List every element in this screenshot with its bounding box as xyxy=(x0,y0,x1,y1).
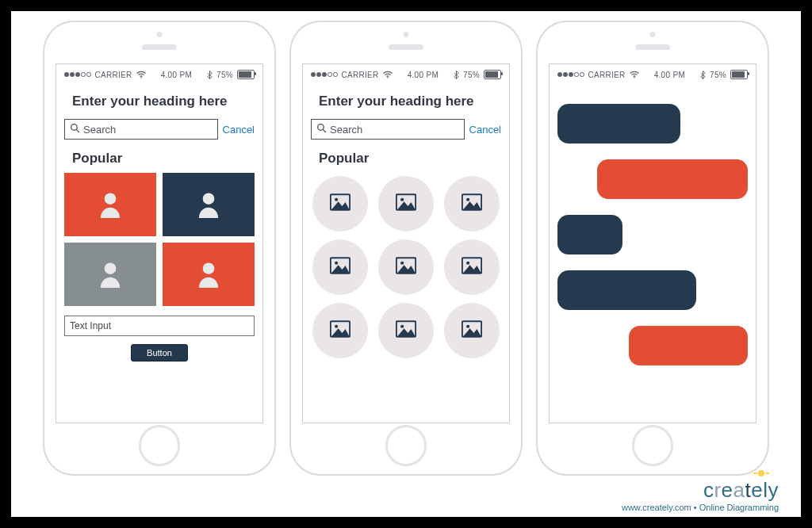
svg-point-4 xyxy=(203,193,215,205)
signal-dots-icon xyxy=(311,72,338,77)
popular-circle[interactable] xyxy=(444,303,500,358)
phone-screen-2: CARRIER 4.00 PM 75% Enter your heading h… xyxy=(302,63,510,423)
section-popular-label: Popular xyxy=(64,143,255,171)
chat-bubble xyxy=(597,159,748,199)
speaker-slot xyxy=(635,44,670,50)
svg-point-25 xyxy=(400,325,404,328)
chat-bubble xyxy=(557,104,680,143)
phone-mockup-2: CARRIER 4.00 PM 75% Enter your heading h… xyxy=(289,21,523,476)
bluetooth-icon xyxy=(454,71,459,79)
svg-point-27 xyxy=(466,325,469,328)
svg-point-19 xyxy=(400,262,404,265)
image-icon xyxy=(462,320,482,341)
bluetooth-icon xyxy=(207,71,213,79)
popular-circles-grid xyxy=(311,171,501,358)
status-bar: CARRIER 4.00 PM 75% xyxy=(64,64,255,85)
phone-screen-3: CARRIER 4.00 PM 75% xyxy=(549,63,756,423)
popular-circle[interactable] xyxy=(312,239,368,295)
bluetooth-icon xyxy=(700,71,706,79)
image-icon xyxy=(330,257,350,277)
home-button[interactable] xyxy=(385,425,427,466)
image-icon xyxy=(462,193,482,214)
popular-circle[interactable] xyxy=(378,303,434,358)
svg-point-1 xyxy=(71,124,78,131)
svg-point-0 xyxy=(140,77,142,78)
search-placeholder: Search xyxy=(330,124,362,136)
svg-line-2 xyxy=(76,129,79,132)
search-input[interactable]: Search xyxy=(311,119,465,140)
popular-circle[interactable] xyxy=(312,303,368,358)
svg-point-6 xyxy=(203,263,215,275)
home-button[interactable] xyxy=(139,425,180,466)
image-icon xyxy=(396,257,416,277)
popular-tile[interactable] xyxy=(64,243,156,306)
search-row: Search Cancel xyxy=(311,119,501,140)
page-title: Enter your heading here xyxy=(64,85,255,113)
image-icon xyxy=(330,320,350,341)
signal-dots-icon xyxy=(557,72,584,77)
diagram-canvas: CARRIER 4.00 PM 75% Enter your heading h… xyxy=(0,0,812,528)
front-camera xyxy=(404,32,409,37)
svg-point-11 xyxy=(335,198,338,201)
battery-icon xyxy=(237,70,255,79)
svg-point-15 xyxy=(466,198,469,201)
person-icon xyxy=(98,261,122,288)
popular-circle[interactable] xyxy=(312,176,368,231)
popular-tile[interactable] xyxy=(64,173,156,236)
popular-circle[interactable] xyxy=(378,176,434,231)
front-camera xyxy=(650,32,656,37)
svg-point-21 xyxy=(466,262,469,265)
lightbulb-icon xyxy=(758,470,764,476)
svg-point-23 xyxy=(335,325,338,328)
status-bar: CARRIER 4.00 PM 75% xyxy=(557,64,748,85)
front-camera xyxy=(157,32,163,37)
phone-mockup-1: CARRIER 4.00 PM 75% Enter your heading h… xyxy=(43,21,276,476)
cancel-button[interactable]: Cancel xyxy=(469,124,501,136)
popular-circle[interactable] xyxy=(378,239,434,295)
brand-tagline: www.creately.com • Online Diagramming xyxy=(622,503,779,512)
status-bar: CARRIER 4.00 PM 75% xyxy=(311,64,501,85)
wifi-icon xyxy=(630,71,639,78)
popular-tile[interactable] xyxy=(163,173,255,236)
svg-point-5 xyxy=(105,263,117,275)
popular-tiles-grid xyxy=(64,171,255,308)
person-icon xyxy=(197,191,220,218)
speaker-slot xyxy=(389,44,423,50)
battery-icon xyxy=(730,70,748,79)
chat-bubble xyxy=(557,270,696,310)
svg-point-3 xyxy=(105,193,117,205)
battery-pct-label: 75% xyxy=(710,71,726,79)
battery-icon xyxy=(484,70,501,79)
svg-point-13 xyxy=(400,198,404,201)
section-popular-label: Popular xyxy=(311,143,501,171)
clock-label: 4.00 PM xyxy=(654,71,685,79)
phone-mockup-3: CARRIER 4.00 PM 75% xyxy=(536,21,769,476)
carrier-label: CARRIER xyxy=(95,71,132,79)
signal-dots-icon xyxy=(64,72,91,77)
svg-point-7 xyxy=(387,77,389,78)
svg-point-8 xyxy=(318,124,324,131)
popular-tile[interactable] xyxy=(163,243,255,306)
clock-label: 4.00 PM xyxy=(161,71,192,79)
page-title: Enter your heading here xyxy=(311,85,501,113)
image-icon xyxy=(396,193,416,214)
primary-button[interactable]: Button xyxy=(131,344,188,362)
brand-block: creately www.creately.com • Online Diagr… xyxy=(622,478,779,512)
text-input[interactable]: Text Input xyxy=(64,316,255,336)
popular-circle[interactable] xyxy=(444,239,500,295)
speaker-slot xyxy=(142,44,177,50)
phone-screen-1: CARRIER 4.00 PM 75% Enter your heading h… xyxy=(56,63,263,423)
brand-logo: creately xyxy=(622,478,779,503)
search-input[interactable]: Search xyxy=(64,119,218,140)
popular-circle[interactable] xyxy=(444,176,500,231)
carrier-label: CARRIER xyxy=(342,71,379,79)
search-icon xyxy=(316,123,327,136)
image-icon xyxy=(330,193,350,214)
search-placeholder: Search xyxy=(83,124,116,136)
clock-label: 4.00 PM xyxy=(408,71,439,79)
chat-thread xyxy=(557,85,748,365)
cancel-button[interactable]: Cancel xyxy=(223,124,255,136)
image-icon xyxy=(462,257,482,277)
chat-bubble xyxy=(629,326,748,365)
home-button[interactable] xyxy=(632,425,673,466)
